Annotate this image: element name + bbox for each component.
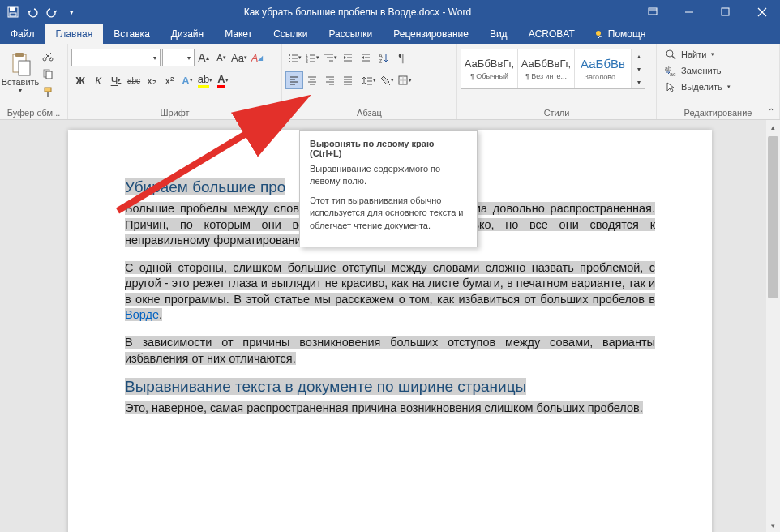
change-case-icon[interactable]: Aa▾ xyxy=(230,49,248,66)
paste-button[interactable]: Вставить ▾ xyxy=(3,45,37,99)
font-color-icon[interactable]: A▾ xyxy=(214,71,232,89)
svg-rect-11 xyxy=(19,61,30,75)
styles-down-icon[interactable]: ▾ xyxy=(632,62,645,75)
cut-icon[interactable] xyxy=(39,47,57,65)
indent-icon[interactable] xyxy=(357,49,375,66)
font-family-combo[interactable]: ▾ xyxy=(71,49,161,66)
minimize-button[interactable] xyxy=(671,0,707,24)
group-paragraph: ▾ 123▾ ▾ AZ ¶ ▾ ▾ ▾ Абзац xyxy=(282,44,457,119)
select-button[interactable]: Выделить▾ xyxy=(662,79,734,94)
cursor-icon xyxy=(665,81,676,92)
line-spacing-icon[interactable]: ▾ xyxy=(360,71,378,89)
tab-layout[interactable]: Макет xyxy=(214,24,263,44)
doc-paragraph: В зависимости от причины возникновения б… xyxy=(125,335,655,367)
group-label-font: Шрифт xyxy=(71,106,278,119)
show-marks-icon[interactable]: ¶ xyxy=(392,49,410,66)
ribbon: Вставить ▾ Буфер обм... ▾ ▾ A▴ A▾ Aa▾ A◢ xyxy=(0,44,780,120)
tell-me-input[interactable]: Помощн xyxy=(585,24,654,44)
clear-format-icon[interactable]: A◢ xyxy=(248,49,266,66)
svg-rect-2 xyxy=(10,13,16,16)
svg-point-18 xyxy=(289,54,290,56)
shading-icon[interactable]: ▾ xyxy=(378,71,396,89)
replace-button[interactable]: abac Заменить xyxy=(662,63,734,78)
link-word[interactable]: Ворде xyxy=(125,308,159,321)
svg-text:3: 3 xyxy=(306,59,308,63)
borders-icon[interactable]: ▾ xyxy=(396,71,414,89)
shrink-font-icon[interactable]: A▾ xyxy=(212,49,230,66)
align-justify-button[interactable] xyxy=(339,71,357,89)
style-heading1[interactable]: АаБбВв Заголово... xyxy=(575,49,632,88)
align-center-button[interactable] xyxy=(303,71,321,89)
scroll-down-icon[interactable]: ▾ xyxy=(766,518,780,532)
align-right-button[interactable] xyxy=(321,71,339,89)
superscript-button[interactable]: x² xyxy=(161,71,178,89)
tab-file[interactable]: Файл xyxy=(0,24,45,44)
font-size-combo[interactable]: ▾ xyxy=(162,49,195,66)
copy-icon[interactable] xyxy=(39,65,57,83)
styles-gallery[interactable]: АаБбВвГг, ¶ Обычный АаБбВвГг, ¶ Без инте… xyxy=(461,49,645,89)
close-button[interactable] xyxy=(744,0,780,24)
window-controls xyxy=(634,0,780,24)
undo-icon[interactable] xyxy=(23,2,42,22)
svg-point-63 xyxy=(666,50,673,57)
format-painter-icon[interactable] xyxy=(39,83,57,101)
multilevel-icon[interactable]: ▾ xyxy=(321,49,339,66)
outdent-icon[interactable] xyxy=(339,49,357,66)
style-no-spacing[interactable]: АаБбВвГг, ¶ Без инте... xyxy=(518,49,575,88)
grow-font-icon[interactable]: A▴ xyxy=(195,49,212,66)
group-label-styles: Стили xyxy=(461,106,653,119)
svg-rect-3 xyxy=(649,8,657,15)
italic-button[interactable]: К xyxy=(89,71,107,89)
tab-design[interactable]: Дизайн xyxy=(161,24,214,44)
scroll-thumb[interactable] xyxy=(768,136,778,298)
tab-review[interactable]: Рецензирование xyxy=(383,24,479,44)
bold-button[interactable]: Ж xyxy=(71,71,89,89)
tab-insert[interactable]: Вставка xyxy=(103,24,161,44)
ribbon-options-icon[interactable] xyxy=(634,0,671,24)
text-effects-icon[interactable]: A▾ xyxy=(178,71,196,89)
save-icon[interactable] xyxy=(3,2,23,22)
tab-mailings[interactable]: Рассылки xyxy=(318,24,383,44)
doc-paragraph: Это, наверное, самая распространенная пр… xyxy=(125,401,655,417)
align-left-button[interactable] xyxy=(285,71,303,89)
svg-point-8 xyxy=(596,31,601,36)
subscript-button[interactable]: x₂ xyxy=(143,71,161,89)
svg-point-20 xyxy=(289,58,290,59)
svg-text:ac: ac xyxy=(670,71,676,76)
replace-icon: abac xyxy=(665,65,676,76)
svg-text:ab: ab xyxy=(665,66,671,71)
qat-more-icon[interactable]: ▾ xyxy=(62,2,81,22)
vertical-scrollbar[interactable]: ▴ ▾ xyxy=(766,120,780,532)
maximize-button[interactable] xyxy=(707,0,744,24)
collapse-ribbon-icon[interactable]: ⌃ xyxy=(764,105,778,118)
style-normal[interactable]: АаБбВвГг, ¶ Обычный xyxy=(461,49,518,88)
numbering-icon[interactable]: 123▾ xyxy=(303,49,321,66)
tab-acrobat[interactable]: ACROBAT xyxy=(518,24,585,44)
window-title: Как убрать большие пробелы в Ворде.docx … xyxy=(81,6,634,18)
svg-rect-17 xyxy=(47,92,49,97)
strikethrough-button[interactable]: abc xyxy=(125,71,143,89)
svg-rect-15 xyxy=(46,71,52,79)
doc-paragraph: С одной стороны, слишком большие отступы… xyxy=(125,260,655,324)
group-clipboard: Вставить ▾ Буфер обм... xyxy=(0,44,68,119)
bullets-icon[interactable]: ▾ xyxy=(285,49,303,66)
svg-text:Z: Z xyxy=(379,58,383,63)
tab-references[interactable]: Ссылки xyxy=(263,24,318,44)
styles-up-icon[interactable]: ▴ xyxy=(632,49,645,62)
scroll-up-icon[interactable]: ▴ xyxy=(766,120,780,134)
doc-heading-2: Выравнивание текста в документе по ширин… xyxy=(125,378,655,396)
svg-rect-5 xyxy=(722,8,729,15)
styles-more-icon[interactable]: ▾ xyxy=(632,75,645,88)
underline-button[interactable]: Ч▾ xyxy=(107,71,125,89)
search-icon xyxy=(665,49,676,60)
highlight-icon[interactable]: ab▾ xyxy=(196,71,214,89)
sort-icon[interactable]: AZ xyxy=(375,49,392,66)
ribbon-tabs: Файл Главная Вставка Дизайн Макет Ссылки… xyxy=(0,24,780,44)
redo-icon[interactable] xyxy=(42,2,62,22)
tooltip-title: Выровнять по левому краю (Ctrl+L) xyxy=(310,139,467,158)
svg-rect-1 xyxy=(10,7,15,11)
tab-home[interactable]: Главная xyxy=(45,24,104,44)
titlebar: ▾ Как убрать большие пробелы в Ворде.doc… xyxy=(0,0,780,24)
tab-view[interactable]: Вид xyxy=(479,24,518,44)
find-button[interactable]: Найти▾ xyxy=(662,47,734,62)
